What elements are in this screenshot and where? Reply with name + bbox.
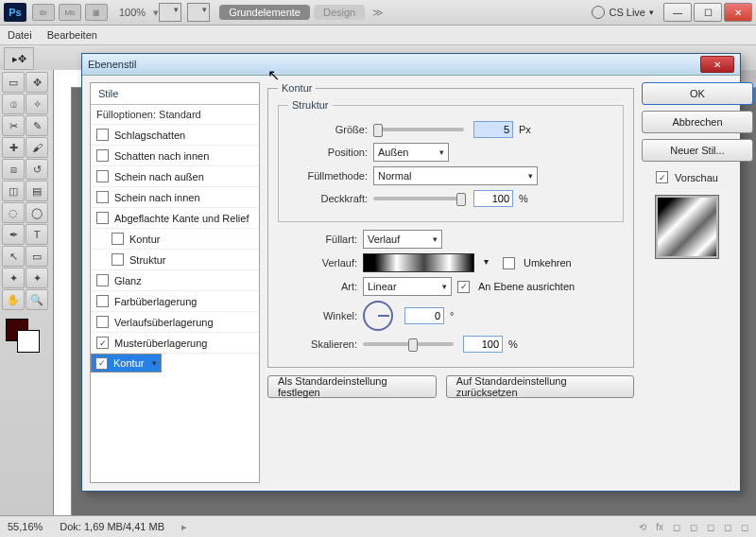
blend-options-item[interactable]: Fülloptionen: Standard	[91, 105, 259, 125]
background-swatch[interactable]	[17, 330, 40, 353]
eyedropper-tool[interactable]: ✎	[26, 115, 48, 136]
gradient-picker[interactable]	[363, 253, 474, 272]
position-select[interactable]: Außen	[373, 143, 449, 162]
menu-edit[interactable]: Bearbeiten	[47, 29, 97, 41]
size-input[interactable]	[473, 121, 513, 138]
status-icon-1[interactable]: ⟲	[639, 522, 646, 532]
style-item-schlagschatten[interactable]: Schlagschatten	[91, 125, 259, 146]
style-checkbox[interactable]: ✓	[96, 337, 109, 349]
style-item-muster-berlagerung[interactable]: ✓Musterüberlagerung	[91, 333, 259, 354]
new-style-button[interactable]: Neuer Stil...	[642, 139, 753, 162]
menu-file[interactable]: Datei	[8, 29, 32, 41]
dialog-title: Ebenenstil	[88, 59, 136, 70]
make-default-button[interactable]: Als Standardeinstellung festlegen	[267, 375, 437, 398]
workspace-design[interactable]: Design	[314, 5, 365, 20]
style-checkbox[interactable]	[96, 191, 109, 203]
more-workspaces-icon[interactable]: ≫	[372, 7, 384, 19]
filltype-select[interactable]: Verlauf	[363, 230, 442, 249]
status-icon-5[interactable]: ◻	[707, 522, 714, 532]
cslive-button[interactable]: CS Live▾	[592, 6, 654, 19]
style-checkbox[interactable]	[96, 295, 109, 307]
hand-tool[interactable]: ✋	[2, 289, 25, 310]
reverse-checkbox[interactable]	[503, 257, 515, 269]
preview-checkbox[interactable]: ✓	[656, 171, 668, 183]
style-item-schein-nach-innen[interactable]: Schein nach innen	[91, 187, 259, 208]
eraser-tool[interactable]: ◫	[2, 181, 25, 201]
brush-tool[interactable]: 🖌	[26, 137, 48, 158]
view-dd-1[interactable]	[159, 3, 181, 22]
color-swatches[interactable]	[2, 315, 51, 353]
status-icon-7[interactable]: ◻	[741, 522, 748, 532]
style-checkbox[interactable]	[96, 212, 109, 224]
workspace-grundelemente[interactable]: Grundelemente	[219, 5, 310, 20]
style-item-glanz[interactable]: Glanz	[91, 270, 259, 291]
style-checkbox[interactable]	[96, 149, 109, 162]
dialog-close-button[interactable]: ✕	[700, 56, 734, 73]
gradstyle-select[interactable]: Linear	[363, 277, 452, 296]
reset-default-button[interactable]: Auf Standardeinstellung zurücksetzen	[446, 375, 634, 398]
gradient-tool[interactable]: ▤	[26, 181, 48, 201]
align-checkbox[interactable]: ✓	[457, 281, 470, 293]
style-label: Glanz	[114, 275, 142, 286]
heal-tool[interactable]: ✚	[2, 137, 25, 158]
view-dd-2[interactable]	[187, 3, 210, 22]
maximize-button[interactable]: ☐	[694, 3, 722, 22]
move-tool[interactable]: ✥	[26, 72, 48, 93]
camera-tool[interactable]: ✦	[26, 268, 48, 288]
minimize-button[interactable]: —	[663, 3, 692, 22]
style-item-kontur[interactable]: Kontur	[91, 229, 259, 250]
angle-input[interactable]	[404, 307, 444, 324]
style-item-verlaufs-berlagerung[interactable]: Verlaufsüberlagerung	[91, 312, 259, 333]
app-titlebar: Ps Br Mb ▦ 100%▾ Grundelemente Design ≫ …	[0, 0, 756, 26]
style-checkbox[interactable]	[96, 170, 109, 182]
status-icon-4[interactable]: ◻	[690, 522, 697, 532]
status-icon-6[interactable]: ◻	[724, 522, 731, 532]
move-tool-icon[interactable]: ▸✥	[4, 47, 34, 70]
bridge-icon[interactable]: Br	[32, 4, 55, 21]
close-button[interactable]: ✕	[724, 3, 752, 22]
wand-tool[interactable]: ✧	[26, 94, 48, 114]
scale-slider[interactable]	[363, 342, 454, 346]
history-tool[interactable]: ↺	[26, 159, 48, 180]
pen-tool[interactable]: ✒	[2, 224, 25, 245]
minibridge-icon[interactable]: Mb	[59, 4, 81, 21]
crop-tool[interactable]: ✂	[2, 115, 25, 136]
style-checkbox[interactable]	[96, 316, 109, 328]
angle-dial[interactable]	[363, 301, 393, 331]
cancel-button[interactable]: Abbrechen	[642, 111, 753, 133]
status-doc[interactable]: Dok: 1,69 MB/4,41 MB	[60, 521, 164, 532]
styles-header[interactable]: Stile	[91, 83, 259, 105]
size-slider[interactable]	[373, 128, 464, 131]
status-icon-3[interactable]: ◻	[673, 522, 680, 532]
style-checkbox[interactable]	[96, 274, 109, 286]
zoom-tool[interactable]: 🔍	[26, 289, 48, 310]
scale-input[interactable]	[463, 336, 503, 353]
style-item-schatten-nach-innen[interactable]: Schatten nach innen	[91, 146, 259, 166]
shape-tool[interactable]: ▭	[26, 246, 48, 267]
lasso-tool[interactable]: ⟃	[2, 94, 25, 114]
style-item-schein-nach-au-en[interactable]: Schein nach außen	[91, 166, 259, 187]
style-checkbox[interactable]	[96, 129, 109, 141]
stamp-tool[interactable]: ⧇	[2, 159, 25, 180]
opacity-slider[interactable]	[373, 197, 464, 200]
style-checkbox[interactable]	[112, 253, 124, 266]
style-item-kontur[interactable]: ✓Kontur	[91, 354, 162, 372]
style-item-abgeflachte-kante-und-relief[interactable]: Abgeflachte Kante und Relief	[91, 208, 259, 229]
style-checkbox[interactable]: ✓	[95, 357, 108, 370]
style-item-farb-berlagerung[interactable]: Farbüberlagerung	[91, 291, 259, 312]
zoom-level[interactable]: 100%	[119, 7, 146, 18]
screen-icon[interactable]: ▦	[85, 4, 108, 21]
opacity-input[interactable]	[473, 190, 513, 207]
type-tool[interactable]: T	[26, 224, 48, 245]
blur-tool[interactable]: ◌	[2, 202, 25, 223]
dodge-tool[interactable]: ◯	[26, 202, 48, 223]
blendmode-select[interactable]: Normal	[373, 166, 538, 185]
path-tool[interactable]: ↖	[2, 246, 25, 267]
3d-tool[interactable]: ✦	[2, 268, 25, 288]
style-checkbox[interactable]	[112, 233, 124, 245]
marquee-tool[interactable]: ▭	[2, 72, 25, 93]
status-zoom[interactable]: 55,16%	[8, 521, 43, 532]
ok-button[interactable]: OK	[642, 82, 753, 105]
style-item-struktur[interactable]: Struktur	[91, 250, 259, 270]
status-icon-2[interactable]: fx	[656, 522, 663, 532]
